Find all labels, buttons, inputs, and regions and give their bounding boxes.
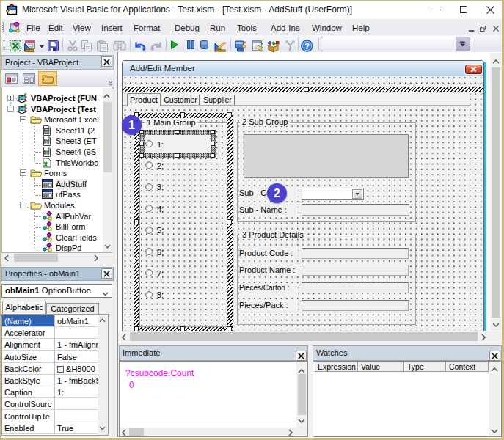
svg-text:?: ? (304, 42, 310, 51)
